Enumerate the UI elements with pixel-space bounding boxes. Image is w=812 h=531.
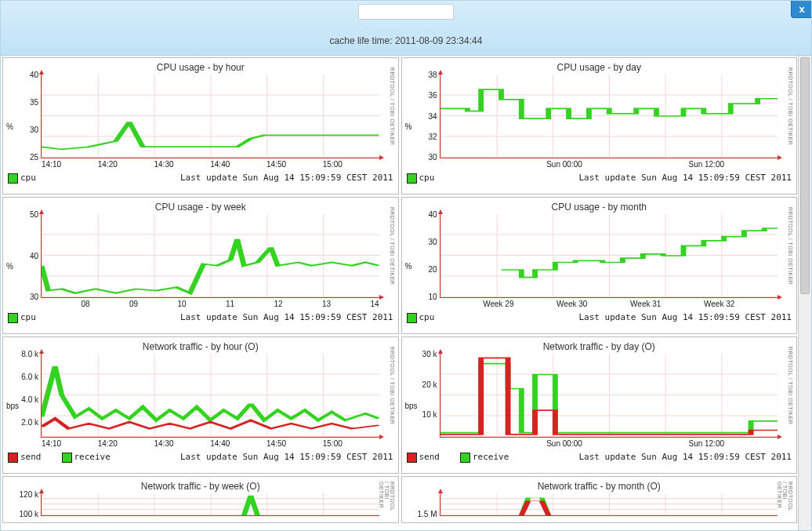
chart-net-hour: Network traffic - by hour (O) bps RRDTOO… [2,336,399,474]
chart-net-week: Network traffic - by week (O) RRDTOOL / … [2,476,399,523]
rrdtool-watermark: RRDTOOL / TOBI OETIKER [388,67,395,184]
rrdtool-watermark: RRDTOOL / TOBI OETIKER [786,67,793,184]
close-button[interactable]: x [791,0,812,18]
chart-cpu-hour: CPU usage - by hour % RRDTOOL / TOBI OET… [2,57,399,195]
content-scroll-area: CPU usage - by hour % RRDTOOL / TOBI OET… [1,56,799,530]
series-cpu [42,75,379,158]
chart-net-day: Network traffic - by day (O) bps RRDTOOL… [401,336,798,474]
chart-title: CPU usage - by day [407,62,792,73]
cache-lifetime-text: cache life time: 2011-08-09 23:34:44 [1,35,811,46]
legend-label-cpu: cpu [20,173,36,183]
chart-cpu-week: CPU usage - by week % RRDTOOL / TOBI OET… [2,197,399,334]
y-axis-label: % [405,122,412,130]
chart-title: CPU usage - by hour [8,62,393,73]
y-ticks: 25303540 [15,71,38,162]
plot-area: 3032343638 Sun 00:00Sun 12:00 [440,75,778,158]
chart-cpu-day: CPU usage - by day % RRDTOOL / TOBI OETI… [401,57,798,195]
dialog-header: cache life time: 2011-08-09 23:34:44 x [1,1,811,56]
y-axis-label: % [6,122,13,130]
vertical-scrollbar[interactable] [798,56,811,530]
x-ticks: 14:1014:2014:3014:4014:5015:00 [42,160,379,169]
dialog-frame: cache life time: 2011-08-09 23:34:44 x C… [0,0,812,531]
x-axis-arrow-icon [379,155,384,160]
plot-area: 25303540 14:1014:2014:3014:4014:5015:00 [41,75,379,158]
legend-swatch-cpu [8,173,18,184]
chart-net-month: Network traffic - by month (O) RRDTOOL /… [401,476,798,523]
title-placeholder [358,4,454,20]
chart-grid: CPU usage - by hour % RRDTOOL / TOBI OET… [2,57,797,523]
chart-cpu-month: CPU usage - by month % RRDTOOL / TOBI OE… [401,197,798,334]
legend: cpu Last update Sun Aug 14 15:09:59 CEST… [8,173,393,184]
scrollbar-thumb[interactable] [800,57,810,294]
last-update: Last update Sun Aug 14 15:09:59 CEST 201… [180,173,393,183]
close-icon: x [799,3,804,15]
